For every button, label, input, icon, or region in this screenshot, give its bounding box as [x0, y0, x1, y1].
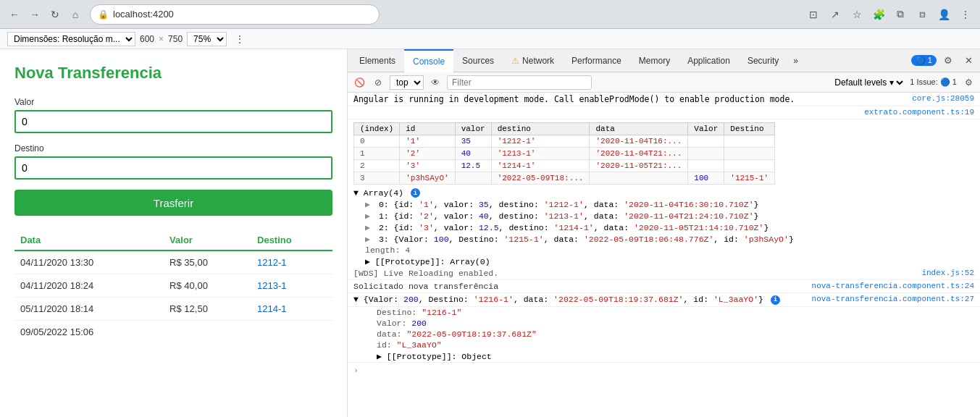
- angular-source[interactable]: core.js:28059: [912, 94, 974, 103]
- table-row: 04/11/2020 18:24 R$ 40,00 1213-1: [14, 274, 332, 298]
- extrato-source[interactable]: extrato.component.ts:19: [864, 108, 974, 117]
- destino-input[interactable]: [14, 156, 332, 180]
- forward-button[interactable]: →: [26, 6, 43, 23]
- filter-input[interactable]: [447, 75, 592, 90]
- devtools-controls: 🔵 1 ⚙ ✕: [911, 52, 977, 70]
- tab-security[interactable]: Security: [739, 49, 787, 72]
- settings-button[interactable]: ⚙: [939, 52, 957, 70]
- array-item-2[interactable]: ▶ 2: {id: '3', valor: 12.5, destino: '12…: [353, 222, 974, 233]
- dim-width: 600: [140, 34, 154, 44]
- col-data-t: data: [590, 123, 688, 135]
- valor-input[interactable]: [14, 110, 332, 133]
- table-row: 0 '1' 35 '1212-1' '2020-11-04T16:...: [354, 135, 775, 148]
- console-eye-button[interactable]: 👁: [428, 75, 443, 90]
- profile-button[interactable]: 👤: [935, 6, 952, 23]
- issues-label: 1 Issue: 🔵 1: [910, 77, 957, 87]
- t-valor-1: 40: [455, 148, 491, 160]
- t-destino-0: '1212-1': [491, 135, 590, 148]
- row-valor-1: R$ 40,00: [164, 274, 251, 298]
- menu-button[interactable]: ⋮: [957, 6, 974, 23]
- row-data-1: 04/11/2020 18:24: [14, 274, 164, 298]
- tab-sources[interactable]: Sources: [453, 49, 503, 72]
- t-Valor-1: [688, 148, 724, 160]
- home-button[interactable]: ⌂: [67, 6, 84, 23]
- t-id-3: 'p3hSAyO': [400, 172, 455, 185]
- valor-detail-text: Valor: 200: [377, 319, 427, 328]
- table-row: 05/11/2020 18:14 R$ 12,50 1214-1: [14, 298, 332, 321]
- console-pause-button[interactable]: ⊘: [371, 75, 385, 90]
- main-layout: Nova Transferencia Valor Destino Trasfer…: [0, 49, 980, 417]
- devtools-tabs: Elements Console Sources ⚠ Network Perfo…: [348, 49, 980, 72]
- destino-label: Destino: [14, 143, 332, 153]
- expand-icon-1: ▶: [365, 211, 374, 221]
- dim-height: 750: [168, 34, 183, 44]
- col-valor-t: valor: [455, 123, 491, 135]
- wds-source[interactable]: index.js:52: [921, 269, 974, 277]
- extension-button[interactable]: 🧩: [870, 6, 887, 23]
- solicitado-line: Solicitado nova transferência nova-trans…: [348, 280, 980, 293]
- tab-more-button[interactable]: »: [787, 53, 804, 69]
- close-devtools-button[interactable]: ✕: [960, 52, 977, 70]
- console-clear-button[interactable]: 🚫: [352, 75, 367, 90]
- tab-application[interactable]: Application: [679, 49, 739, 72]
- array-proto-text: ▶ [[Prototype]]: Array(0): [365, 257, 490, 266]
- table-row: 2 '3' 12.5 '1214-1' '2020-11-05T21:...: [354, 160, 775, 172]
- bookmark-button[interactable]: ☆: [848, 6, 866, 23]
- zoom-select[interactable]: 75%: [187, 32, 227, 46]
- extrato-source-line: extrato.component.ts:19: [348, 106, 980, 119]
- tab-elements[interactable]: Elements: [351, 49, 404, 72]
- app-panel: Nova Transferencia Valor Destino Trasfer…: [0, 49, 348, 417]
- transfer-info-icon: i: [771, 295, 780, 305]
- tab-network[interactable]: ⚠ Network: [503, 49, 563, 72]
- puzzle-button[interactable]: ⧉: [892, 6, 909, 23]
- transfer-button[interactable]: Trasferir: [14, 190, 332, 216]
- t-id-2: '3': [400, 160, 455, 172]
- destino-group: Destino: [14, 143, 332, 180]
- detail-valor: Valor: 200: [365, 318, 974, 329]
- array-item-0[interactable]: ▶ 0: {id: '1', valor: 35, destino: '1212…: [353, 198, 974, 210]
- item-2-text: 2: {id: '3', valor: 12.5, destino: '1214…: [379, 223, 768, 232]
- expand-icon-0: ▶: [365, 199, 374, 209]
- top-select[interactable]: top: [390, 75, 424, 90]
- t-index-2: 2: [354, 160, 400, 172]
- level-select[interactable]: Default levels ▾: [832, 77, 905, 88]
- browser-actions: ⊡ ↗ ☆ 🧩 ⧉ ⧈ 👤 ⋮: [805, 6, 974, 23]
- t-Destino-3: '1215-1': [724, 172, 775, 185]
- prompt-arrow: ›: [353, 366, 359, 375]
- console-prompt: ›: [348, 362, 980, 378]
- t-Valor-3: 100: [688, 172, 724, 185]
- address-bar[interactable]: 🔒 localhost:4200: [90, 4, 380, 25]
- expand-icon-3: ▶: [365, 234, 374, 244]
- col-data: Data: [14, 230, 164, 250]
- console-toolbar: 🚫 ⊘ top 👁 Default levels ▾ 1 Issue: 🔵 1 …: [348, 72, 980, 93]
- tab-console[interactable]: Console: [404, 49, 453, 72]
- tab-memory[interactable]: Memory: [630, 49, 679, 72]
- more-options-button[interactable]: ⋮: [231, 30, 248, 48]
- browser-chrome: ← → ↻ ⌂ 🔒 localhost:4200 ⊡ ↗ ☆ 🧩 ⧉ ⧈ 👤 ⋮: [0, 0, 980, 29]
- screenshot-button[interactable]: ⊡: [805, 6, 822, 23]
- solicitado-source[interactable]: nova-transferencia.component.ts:24: [812, 282, 974, 290]
- back-button[interactable]: ←: [6, 6, 23, 23]
- t-index-1: 1: [354, 148, 400, 160]
- array-item-1[interactable]: ▶ 1: {id: '2', valor: 40, destino: '1213…: [353, 210, 974, 222]
- t-valor-3: [455, 172, 491, 185]
- array-item-3[interactable]: ▶ 3: {Valor: 100, Destino: '1215-1', dat…: [353, 233, 974, 245]
- transfer-source[interactable]: nova-transferencia.component.ts:27: [812, 295, 974, 303]
- transfer-obj-text: ▼ {Valor: 200, Destino: '1216-1', data: …: [353, 295, 806, 304]
- devtools-dock-button[interactable]: ⧈: [913, 6, 931, 23]
- t-id-0: '1': [400, 135, 455, 148]
- col-Destino-t: Destino: [724, 123, 775, 135]
- detail-data: data: "2022-05-09T18:19:37.681Z": [365, 329, 974, 340]
- array-root[interactable]: ▼ Array(4) i: [353, 188, 974, 198]
- console-settings-button[interactable]: ⚙: [961, 75, 976, 90]
- dimension-preset-select[interactable]: Dimensões: Resolução m...: [7, 32, 135, 46]
- detail-proto[interactable]: ▶ [[Prototype]]: Object: [365, 350, 974, 362]
- valor-group: Valor: [14, 97, 332, 133]
- t-Destino-0: [724, 135, 775, 148]
- array-proto[interactable]: ▶ [[Prototype]]: Array(0): [353, 256, 974, 267]
- tab-performance[interactable]: Performance: [563, 49, 630, 72]
- table-row: 09/05/2022 15:06: [14, 321, 332, 344]
- share-button[interactable]: ↗: [826, 6, 844, 23]
- reload-button[interactable]: ↻: [46, 6, 64, 23]
- console-tree: ▼ Array(4) i ▶ 0: {id: '1', valor: 35, d…: [348, 188, 980, 267]
